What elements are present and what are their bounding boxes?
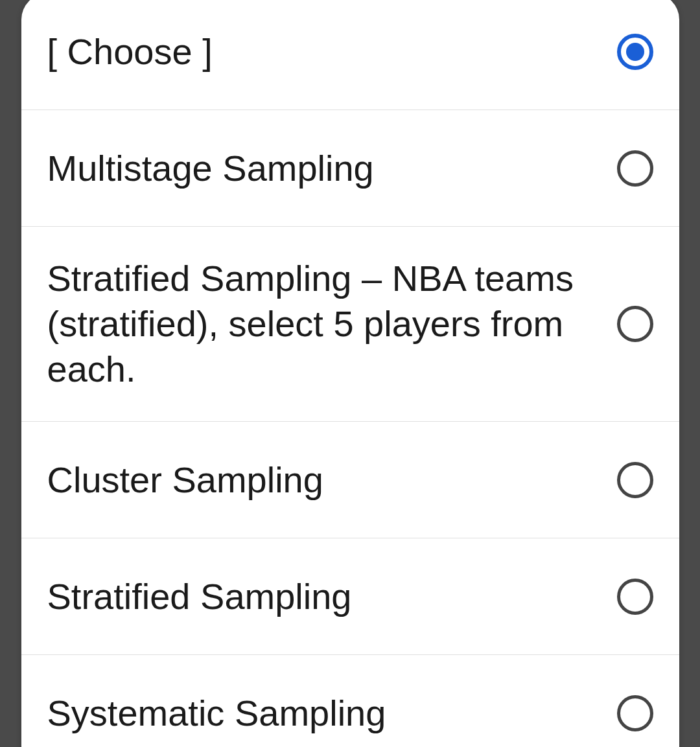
radio-unselected-icon: [617, 150, 653, 187]
option-label: Stratified Sampling – NBA teams (stratif…: [47, 256, 617, 392]
option-label: Cluster Sampling: [47, 457, 617, 503]
radio-unselected-icon: [617, 306, 653, 342]
dropdown-option-stratified-nba[interactable]: Stratified Sampling – NBA teams (stratif…: [21, 227, 679, 422]
dropdown-option-systematic[interactable]: Systematic Sampling: [21, 655, 679, 747]
radio-selected-icon: [617, 34, 653, 70]
radio-unselected-icon: [617, 462, 653, 498]
dropdown-option-cluster[interactable]: Cluster Sampling: [21, 422, 679, 538]
option-label: [ Choose ]: [47, 29, 617, 75]
dropdown-option-stratified[interactable]: Stratified Sampling: [21, 538, 679, 655]
dropdown-option-choose[interactable]: [ Choose ]: [21, 0, 679, 110]
option-label: Systematic Sampling: [47, 691, 617, 736]
option-label: Multistage Sampling: [47, 146, 617, 191]
radio-unselected-icon: [617, 695, 653, 731]
option-label: Stratified Sampling: [47, 574, 617, 619]
dropdown-option-multistage[interactable]: Multistage Sampling: [21, 110, 679, 227]
dropdown-panel: [ Choose ] Multistage Sampling Stratifie…: [21, 0, 679, 747]
radio-unselected-icon: [617, 579, 653, 615]
